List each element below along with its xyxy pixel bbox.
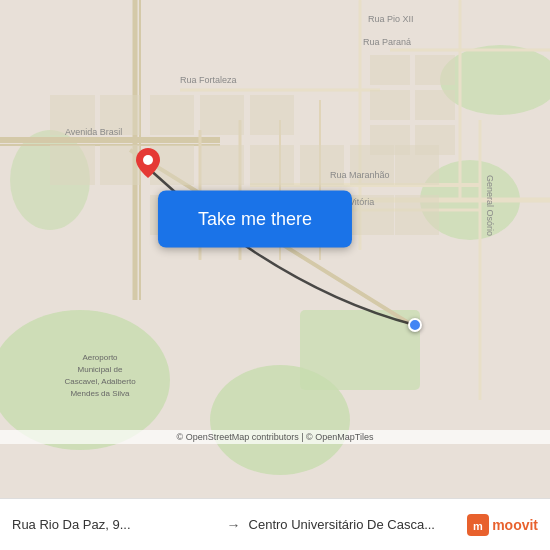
svg-rect-41 — [370, 90, 410, 120]
origin-pin — [136, 148, 160, 178]
moovit-logo: m moovit — [467, 514, 538, 536]
svg-rect-26 — [250, 95, 294, 135]
svg-text:Rua Maranhão: Rua Maranhão — [330, 170, 390, 180]
svg-rect-42 — [415, 90, 455, 120]
svg-text:Mendes da Silva: Mendes da Silva — [70, 389, 130, 398]
svg-rect-40 — [415, 55, 455, 85]
svg-text:Aeroporto: Aeroporto — [82, 353, 118, 362]
svg-text:Rua Paraná: Rua Paraná — [363, 37, 411, 47]
svg-rect-37 — [395, 195, 439, 235]
svg-text:General Osório: General Osório — [485, 175, 495, 236]
moovit-text: moovit — [492, 517, 538, 533]
svg-rect-39 — [370, 55, 410, 85]
svg-point-60 — [143, 155, 153, 165]
svg-text:Cascavel, Adalberto: Cascavel, Adalberto — [64, 377, 136, 386]
svg-rect-44 — [415, 125, 455, 155]
footer-to-location: Centro Universitário De Casca... — [249, 517, 456, 532]
svg-rect-48 — [100, 145, 140, 185]
svg-rect-24 — [150, 95, 194, 135]
footer-from-location: Rua Rio Da Paz, 9... — [12, 517, 219, 532]
app: Avenida Brasil Rua Fortaleza Rua Maranhã… — [0, 0, 550, 550]
svg-rect-29 — [250, 145, 294, 185]
footer: Rua Rio Da Paz, 9... → Centro Universitá… — [0, 498, 550, 550]
svg-text:m: m — [473, 520, 483, 532]
svg-rect-25 — [200, 95, 244, 135]
svg-text:Municipal de: Municipal de — [78, 365, 123, 374]
footer-arrow-icon: → — [227, 517, 241, 533]
svg-text:Rua Fortaleza: Rua Fortaleza — [180, 75, 237, 85]
map-container: Avenida Brasil Rua Fortaleza Rua Maranhã… — [0, 0, 550, 498]
destination-dot — [408, 318, 422, 332]
svg-rect-43 — [370, 125, 410, 155]
svg-text:Rua Pio XII: Rua Pio XII — [368, 14, 414, 24]
svg-rect-28 — [200, 145, 244, 185]
svg-text:Avenida Brasil: Avenida Brasil — [65, 127, 122, 137]
map-attribution: © OpenStreetMap contributors | © OpenMap… — [0, 430, 550, 444]
svg-rect-47 — [50, 145, 95, 185]
take-me-there-button[interactable]: Take me there — [158, 191, 352, 248]
